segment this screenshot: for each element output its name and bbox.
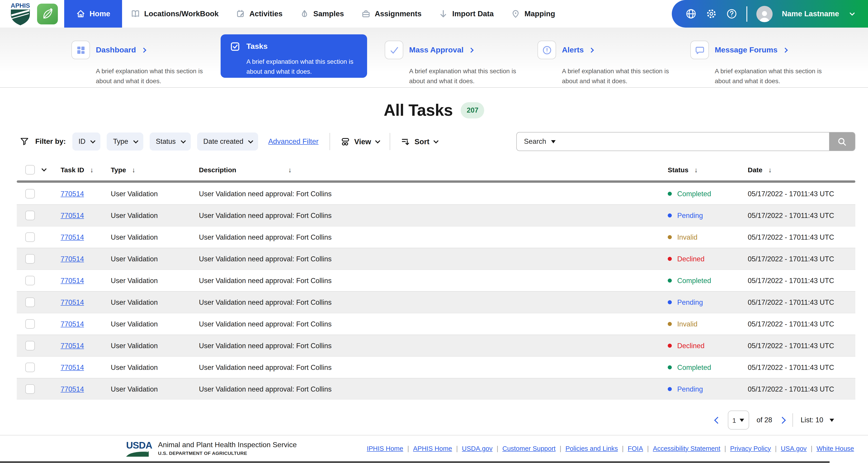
table-row: 770514 User Validation User Validation n…: [17, 204, 855, 226]
card-mass-approval[interactable]: Mass Approval A brief explanation what t…: [385, 41, 520, 86]
row-checkbox[interactable]: [25, 276, 35, 285]
card-alerts[interactable]: Alerts A brief explanation what this sec…: [537, 41, 673, 86]
sort-desc-icon[interactable]: ↓: [694, 166, 698, 174]
status-dot-icon: [668, 213, 672, 217]
table-horizontal-scrollbar[interactable]: [17, 180, 855, 183]
sort-button[interactable]: Sort: [401, 137, 437, 146]
task-type: User Validation: [111, 190, 199, 198]
card-description: A brief explanation what this section is…: [409, 66, 520, 86]
view-button[interactable]: View: [341, 137, 379, 146]
task-id-link[interactable]: 770514: [61, 298, 111, 306]
top-navigation-bar: APHIS Home: [0, 0, 868, 28]
footer-link-separator: |: [724, 445, 726, 452]
droplet-icon: [300, 9, 309, 19]
status-dot-icon: [668, 300, 672, 304]
nav-item-import-data[interactable]: Import Data: [430, 0, 502, 28]
nav-item-assignments[interactable]: Assignments: [352, 0, 430, 28]
select-all-checkbox[interactable]: [25, 165, 35, 174]
sort-desc-icon[interactable]: ↓: [768, 166, 772, 174]
nav-item-samples[interactable]: Samples: [291, 0, 352, 28]
task-status: Completed: [668, 363, 748, 371]
row-checkbox[interactable]: [25, 233, 35, 242]
search-scope-select[interactable]: Search: [524, 137, 556, 146]
column-header-task-id[interactable]: Task ID: [61, 166, 84, 174]
agency-name: Animal and Plant Health Inspection Servi…: [158, 441, 297, 449]
page-size-select[interactable]: List: 10: [801, 416, 834, 424]
column-header-description[interactable]: Description: [199, 166, 236, 174]
column-header-date[interactable]: Date: [748, 166, 763, 174]
task-date: 05/17/2022 - 17011:43 UTC: [748, 277, 855, 285]
chevron-down-icon[interactable]: [41, 166, 47, 172]
task-id-link[interactable]: 770514: [61, 363, 111, 371]
user-name[interactable]: Name Lastname: [782, 9, 839, 18]
filter-dropdown-date-created[interactable]: Date created: [197, 132, 258, 151]
task-id-link[interactable]: 770514: [61, 211, 111, 219]
row-checkbox[interactable]: [25, 341, 35, 350]
task-id-link[interactable]: 770514: [61, 233, 111, 241]
footer-link-policies-and-links[interactable]: Policies and Links: [565, 445, 618, 452]
footer-link-privacy-policy[interactable]: Privacy Policy: [730, 445, 771, 452]
nav-item-home[interactable]: Home: [64, 0, 122, 28]
task-id-link[interactable]: 770514: [61, 190, 111, 198]
previous-page-icon[interactable]: [714, 416, 721, 424]
footer-link-customer-support[interactable]: Customer Support: [502, 445, 555, 452]
status-dot-icon: [668, 235, 672, 239]
card-dashboard[interactable]: Dashboard A brief explanation what this …: [71, 41, 207, 86]
row-checkbox[interactable]: [25, 254, 35, 264]
task-id-link[interactable]: 770514: [61, 277, 111, 285]
task-id-link[interactable]: 770514: [61, 320, 111, 328]
column-header-status[interactable]: Status: [668, 166, 688, 174]
footer-link-usa-gov[interactable]: USA.gov: [781, 445, 807, 452]
task-id-link[interactable]: 770514: [61, 385, 111, 393]
search-button[interactable]: [829, 132, 855, 151]
row-checkbox[interactable]: [25, 363, 35, 372]
filter-dropdown-type[interactable]: Type: [107, 132, 143, 151]
footer-link-iphis-home[interactable]: IPHIS Home: [367, 445, 403, 452]
card-message-forums[interactable]: Message Forums A brief explanation what …: [690, 41, 826, 86]
sort-desc-icon[interactable]: ↓: [132, 166, 135, 174]
view-grid-icon: [341, 137, 350, 146]
globe-icon[interactable]: [686, 8, 697, 20]
nav-item-activities[interactable]: Activities: [227, 0, 291, 28]
table-row: 770514 User Validation User Validation n…: [17, 248, 855, 270]
filter-dropdown-id[interactable]: ID: [72, 132, 100, 151]
footer-link-aphis-home[interactable]: APHIS Home: [413, 445, 452, 452]
task-status: Completed: [668, 277, 748, 285]
gear-icon[interactable]: [706, 8, 717, 20]
sort-desc-icon[interactable]: ↓: [288, 166, 291, 174]
primary-nav: Home Locations/WorkBook Activities: [64, 0, 564, 28]
avatar[interactable]: [756, 6, 773, 22]
chevron-right-icon: [141, 48, 146, 53]
task-description: User Validation need approval: Fort Coll…: [199, 277, 668, 285]
task-id-link[interactable]: 770514: [61, 255, 111, 263]
chevron-right-icon: [469, 48, 474, 53]
task-id-link[interactable]: 770514: [61, 342, 111, 350]
page-select[interactable]: 1: [727, 410, 749, 430]
nav-item-locations-workbook[interactable]: Locations/WorkBook: [122, 0, 227, 28]
task-date: 05/17/2022 - 17011:43 UTC: [748, 363, 855, 371]
iphis-app-icon: [37, 3, 58, 24]
sort-desc-icon[interactable]: ↓: [90, 166, 94, 174]
advanced-filter-link[interactable]: Advanced Filter: [268, 137, 318, 146]
row-checkbox[interactable]: [25, 189, 35, 198]
next-page-icon[interactable]: [779, 416, 786, 424]
page-bottom-scrollbar[interactable]: [0, 461, 830, 463]
user-toolbar: Name Lastname: [672, 0, 868, 28]
footer-link-accessibility-statement[interactable]: Accessibility Statement: [653, 445, 720, 452]
chevron-down-icon[interactable]: [848, 10, 856, 18]
status-dot-icon: [668, 322, 672, 326]
row-checkbox[interactable]: [25, 319, 35, 329]
column-header-type[interactable]: Type: [111, 166, 126, 174]
nav-label: Home: [90, 9, 110, 18]
card-tasks[interactable]: Tasks A brief explanation what this sect…: [221, 34, 367, 78]
row-checkbox[interactable]: [25, 384, 35, 394]
footer-link-foia[interactable]: FOIA: [628, 445, 643, 452]
footer-link-usda-gov[interactable]: USDA.gov: [462, 445, 493, 452]
footer-link-white-house[interactable]: White House: [816, 445, 854, 452]
help-icon[interactable]: [726, 8, 738, 20]
search-box[interactable]: Search: [516, 132, 855, 151]
row-checkbox[interactable]: [25, 211, 35, 220]
nav-item-mapping[interactable]: Mapping: [502, 0, 564, 28]
row-checkbox[interactable]: [25, 298, 35, 307]
filter-dropdown-status[interactable]: Status: [149, 132, 191, 151]
